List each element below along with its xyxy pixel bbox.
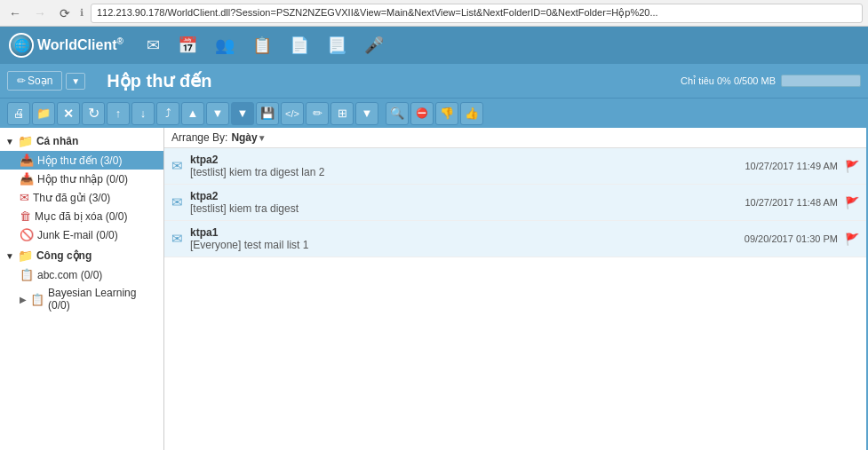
junk-icon: 🚫: [20, 228, 34, 241]
email-date: 10/27/2017 11:48 AM: [745, 197, 838, 208]
pencil-icon: ✏: [17, 75, 26, 87]
grid-button[interactable]: ⊞: [330, 102, 354, 125]
inbox-label: Hộp thư đến (3/0): [37, 154, 122, 167]
block-button[interactable]: ⛔: [410, 102, 434, 125]
list-icon-bayesian: 📋: [30, 293, 44, 306]
arrow-up-button[interactable]: ▲: [181, 102, 204, 125]
search-button[interactable]: 🔍: [386, 102, 409, 125]
envelope-icon: ✉: [171, 194, 183, 210]
drafts-icon: 📥: [20, 172, 34, 186]
voice-icon[interactable]: 🎤: [364, 36, 384, 55]
docs-icon[interactable]: 📃: [327, 36, 346, 55]
quota-text: Chỉ tiêu 0% 0/500 MB: [681, 75, 776, 87]
trash-label: Mục đã bị xóa (0/0): [35, 210, 127, 223]
compose-button[interactable]: ✏ Soạn: [7, 71, 62, 91]
delete-button[interactable]: ✕: [57, 102, 80, 125]
email-body: ktpa2 [testlist] kiem tra digest: [190, 190, 737, 215]
envelope-icon: ✉: [171, 231, 183, 247]
flag-icon[interactable]: 🚩: [845, 196, 859, 209]
refresh-button[interactable]: ↻: [82, 102, 105, 125]
personal-folder-icon: 📁: [18, 134, 33, 148]
print-button[interactable]: 🖨: [7, 102, 30, 125]
compose-dropdown-button[interactable]: ▼: [66, 73, 85, 90]
quota-area: Chỉ tiêu 0% 0/500 MB: [681, 75, 861, 87]
sidebar-item-abc[interactable]: 📋 abc.com (0/0): [0, 265, 163, 284]
url-bar[interactable]: [91, 4, 863, 23]
inbox-icon: 📥: [20, 154, 34, 167]
spam-button[interactable]: 👎: [435, 102, 458, 125]
email-subject: [Everyone] test mail list 1: [190, 239, 737, 251]
contacts-icon[interactable]: 👥: [215, 36, 235, 55]
envelope-icon: ✉: [171, 158, 183, 174]
action-bar: 🖨 📁 ✕ ↻ ↑ ↓ ⤴ ▲ ▼ ▼ 💾 </> ✏ ⊞ ▼ 🔍 ⛔ 👎 👍: [0, 98, 868, 128]
edit-button[interactable]: ✏: [306, 102, 329, 125]
browser-bar: ← → ⟳ ℹ: [0, 0, 868, 27]
trash-icon: 🗑: [20, 209, 31, 223]
email-row[interactable]: ✉ ktpa1 [Everyone] test mail list 1 09/2…: [164, 221, 866, 257]
back-button[interactable]: ←: [5, 4, 25, 23]
sidebar-item-sent[interactable]: ✉ Thư đã gửi (3/0): [0, 188, 163, 207]
public-folder-icon: 📁: [18, 249, 33, 263]
personal-section-header[interactable]: ▼ 📁 Cá nhân: [0, 131, 163, 151]
app-nav-icons: ✉ 📅 👥 📋 📄 📃 🎤: [147, 36, 384, 55]
sidebar-item-junk[interactable]: 🚫 Junk E-mail (0/0): [0, 225, 163, 244]
not-spam-button[interactable]: 👍: [460, 102, 483, 125]
junk-label: Junk E-mail (0/0): [37, 229, 118, 241]
filter-button[interactable]: ▼: [231, 102, 254, 125]
email-meta: 10/27/2017 11:49 AM 🚩: [745, 160, 859, 173]
email-date: 09/20/2017 01:30 PM: [745, 233, 838, 244]
open-folder-button[interactable]: 📁: [32, 102, 55, 125]
arrow-down-button[interactable]: ▼: [206, 102, 229, 125]
email-row[interactable]: ✉ ktpa2 [testlist] kiem tra digest 10/27…: [164, 185, 866, 221]
move-up-button[interactable]: ↑: [107, 102, 130, 125]
sidebar-item-inbox[interactable]: 📥 Hộp thư đến (3/0): [0, 151, 163, 170]
logo-globe: 🌐: [9, 33, 34, 58]
drafts-label: Hộp thư nhập (0/0): [37, 173, 128, 186]
personal-label: Cá nhân: [36, 135, 78, 147]
more-dropdown-button[interactable]: ▼: [355, 102, 378, 125]
public-section-header[interactable]: ▼ 📁 Công cộng: [0, 246, 163, 265]
move-down-button[interactable]: ↓: [131, 102, 155, 125]
notes-icon[interactable]: 📄: [290, 36, 309, 55]
email-body: ktpa2 [testlist] kiem tra digest lan 2: [190, 154, 737, 178]
tasks-icon[interactable]: 📋: [252, 36, 272, 55]
page-title: Hộp thư đến: [107, 70, 211, 91]
page-title-area: Hộp thư đến Chỉ tiêu 0% 0/500 MB: [89, 70, 861, 91]
list-icon-abc: 📋: [20, 268, 34, 281]
sent-icon: ✉: [20, 191, 29, 204]
chevron-down-icon-public: ▼: [5, 251, 14, 261]
email-row[interactable]: ✉ ktpa2 [testlist] kiem tra digest lan 2…: [164, 148, 866, 185]
toolbar: ✏ Soạn ▼ Hộp thư đến Chỉ tiêu 0% 0/500 M…: [0, 64, 868, 98]
save-button[interactable]: 💾: [256, 102, 279, 125]
email-icon[interactable]: ✉: [147, 36, 160, 55]
email-subject: [testlist] kiem tra digest: [190, 202, 737, 215]
personal-section: ▼ 📁 Cá nhân 📥 Hộp thư đến (3/0) 📥 Hộp th…: [0, 131, 163, 244]
email-meta: 10/27/2017 11:48 AM 🚩: [745, 196, 859, 209]
reload-button[interactable]: ⟳: [55, 4, 75, 23]
sidebar-item-drafts[interactable]: 📥 Hộp thư nhập (0/0): [0, 170, 163, 188]
sidebar-item-trash[interactable]: 🗑 Mục đã bị xóa (0/0): [0, 207, 163, 225]
source-button[interactable]: </>: [281, 102, 304, 125]
arrange-dropdown-icon[interactable]: ▼: [258, 133, 267, 143]
flag-icon[interactable]: 🚩: [845, 233, 859, 246]
email-meta: 09/20/2017 01:30 PM 🚩: [745, 233, 859, 246]
email-date: 10/27/2017 11:49 AM: [745, 161, 838, 171]
app-logo: 🌐 WorldClient®: [9, 33, 123, 58]
quota-bar: [781, 75, 861, 87]
email-sender: ktpa1: [190, 226, 737, 239]
abc-label: abc.com (0/0): [37, 269, 102, 281]
forward-button[interactable]: ⤴: [156, 102, 179, 125]
sidebar-item-bayesian[interactable]: ▶ 📋 Bayesian Learning (0/0): [0, 284, 163, 314]
compose-label: Soạn: [28, 75, 52, 87]
arrange-label: Arrange By:: [171, 131, 227, 144]
content-area: Arrange By: Ngày ▼ ✉ ktpa2 [testlist] ki…: [164, 128, 866, 450]
forward-button[interactable]: →: [30, 4, 50, 23]
public-section: ▼ 📁 Công cộng 📋 abc.com (0/0) ▶ 📋 Bayesi…: [0, 246, 163, 314]
calendar-icon[interactable]: 📅: [178, 36, 197, 55]
email-subject: [testlist] kiem tra digest lan 2: [190, 166, 737, 178]
logo-text: WorldClient®: [37, 36, 123, 53]
flag-icon[interactable]: 🚩: [845, 160, 859, 173]
email-sender: ktpa2: [190, 154, 737, 166]
app-header: 🌐 WorldClient® ✉ 📅 👥 📋 📄 📃 🎤: [0, 27, 868, 64]
main-layout: ▼ 📁 Cá nhân 📥 Hộp thư đến (3/0) 📥 Hộp th…: [0, 128, 868, 450]
